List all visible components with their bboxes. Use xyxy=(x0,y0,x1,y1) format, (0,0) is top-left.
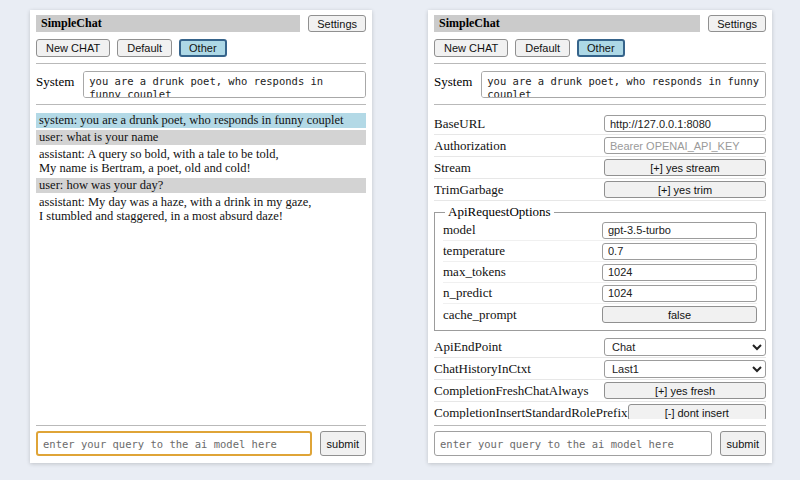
api-endpoint-select[interactable]: Chat xyxy=(604,338,766,356)
setting-row-api-endpoint: ApiEndPoint Chat xyxy=(434,336,766,358)
setting-label: ApiEndPoint xyxy=(434,339,502,355)
system-prompt-input[interactable]: you are a drunk poet, who responds in fu… xyxy=(481,71,766,98)
session-buttons: New CHAT Default Other xyxy=(36,39,366,57)
baseurl-input[interactable] xyxy=(604,115,766,132)
setting-row-n-predict: n_predict xyxy=(443,283,757,304)
temperature-input[interactable] xyxy=(602,243,757,260)
setting-label: CompletionInsertStandardRolePrefix xyxy=(434,405,628,420)
submit-button[interactable]: submit xyxy=(320,431,366,456)
new-chat-button[interactable]: New CHAT xyxy=(434,39,508,57)
setting-label: temperature xyxy=(443,243,505,259)
settings-panel: SimpleChat Settings New CHAT Default Oth… xyxy=(428,10,772,463)
completion-insert-toggle-button[interactable]: [-] dont insert xyxy=(628,404,766,419)
setting-label: TrimGarbage xyxy=(434,182,504,198)
divider xyxy=(36,63,366,64)
session-button-default[interactable]: Default xyxy=(515,39,570,57)
query-input[interactable] xyxy=(36,431,312,456)
new-chat-button[interactable]: New CHAT xyxy=(36,39,110,57)
cache-prompt-toggle-button[interactable]: false xyxy=(602,306,757,323)
completion-fresh-toggle-button[interactable]: [+] yes fresh xyxy=(604,382,766,399)
stream-toggle-button[interactable]: [+] yes stream xyxy=(604,159,766,176)
setting-row-baseurl: BaseURL xyxy=(434,113,766,135)
settings-button[interactable]: Settings xyxy=(708,15,766,32)
setting-row-temperature: temperature xyxy=(443,241,757,262)
chat-message-assistant: assistant: My day was a haze, with a dri… xyxy=(36,195,366,224)
max-tokens-input[interactable] xyxy=(602,264,757,281)
setting-label: model xyxy=(443,222,476,238)
session-button-other[interactable]: Other xyxy=(577,39,625,57)
chat-messages: system: you are a drunk poet, who respon… xyxy=(36,113,366,419)
divider xyxy=(36,104,366,105)
chat-history-select[interactable]: Last1 xyxy=(604,360,766,378)
api-request-options-legend: ApiRequestOptions xyxy=(445,204,554,220)
model-input[interactable] xyxy=(602,222,757,239)
n-predict-input[interactable] xyxy=(602,285,757,302)
divider xyxy=(434,425,766,426)
system-prompt-row: System you are a drunk poet, who respond… xyxy=(434,71,766,98)
setting-label: max_tokens xyxy=(443,264,506,280)
submit-button[interactable]: submit xyxy=(720,431,766,456)
setting-label: n_predict xyxy=(443,285,492,301)
trimgarbage-toggle-button[interactable]: [+] yes trim xyxy=(604,181,766,198)
app-title: SimpleChat xyxy=(434,15,700,32)
settings-list: BaseURL Authorization Stream [+] yes str… xyxy=(434,113,766,419)
session-buttons: New CHAT Default Other xyxy=(434,39,766,57)
setting-label: Authorization xyxy=(434,138,506,154)
setting-row-authorization: Authorization xyxy=(434,135,766,157)
session-button-default[interactable]: Default xyxy=(117,39,172,57)
api-request-options-fieldset: ApiRequestOptions model temperature max_… xyxy=(434,204,766,331)
system-prompt-row: System you are a drunk poet, who respond… xyxy=(36,71,366,98)
setting-row-completion-insert-prefix: CompletionInsertStandardRolePrefix [-] d… xyxy=(434,402,766,419)
setting-label: cache_prompt xyxy=(443,307,517,323)
query-row: submit xyxy=(434,431,766,456)
setting-row-chat-history-in-ctxt: ChatHistoryInCtxt Last1 xyxy=(434,358,766,380)
authorization-input[interactable] xyxy=(604,137,766,154)
setting-label: CompletionFreshChatAlways xyxy=(434,383,589,399)
system-prompt-input[interactable]: you are a drunk poet, who responds in fu… xyxy=(83,71,366,98)
settings-button[interactable]: Settings xyxy=(308,15,366,32)
query-row: submit xyxy=(36,431,366,456)
system-prompt-label: System xyxy=(434,71,472,98)
session-button-other[interactable]: Other xyxy=(179,39,227,57)
setting-label: Stream xyxy=(434,160,471,176)
app-header: SimpleChat Settings xyxy=(36,15,366,32)
setting-row-max-tokens: max_tokens xyxy=(443,262,757,283)
chat-message-user: user: what is your name xyxy=(36,130,366,145)
chat-message-assistant: assistant: A query so bold, with a tale … xyxy=(36,147,366,176)
divider xyxy=(434,63,766,64)
setting-row-cache-prompt: cache_prompt false xyxy=(443,304,757,325)
chat-message-user: user: how was your day? xyxy=(36,178,366,193)
divider xyxy=(36,425,366,426)
divider xyxy=(434,104,766,105)
setting-label: ChatHistoryInCtxt xyxy=(434,361,531,377)
setting-row-model: model xyxy=(443,220,757,241)
setting-label: BaseURL xyxy=(434,116,485,132)
app-header: SimpleChat Settings xyxy=(434,15,766,32)
setting-row-stream: Stream [+] yes stream xyxy=(434,157,766,179)
app-title: SimpleChat xyxy=(36,15,300,32)
chat-message-system: system: you are a drunk poet, who respon… xyxy=(36,113,366,128)
system-prompt-label: System xyxy=(36,71,74,98)
setting-row-completion-fresh: CompletionFreshChatAlways [+] yes fresh xyxy=(434,380,766,402)
query-input[interactable] xyxy=(434,431,712,456)
setting-row-trimgarbage: TrimGarbage [+] yes trim xyxy=(434,179,766,201)
chat-panel: SimpleChat Settings New CHAT Default Oth… xyxy=(30,10,372,463)
